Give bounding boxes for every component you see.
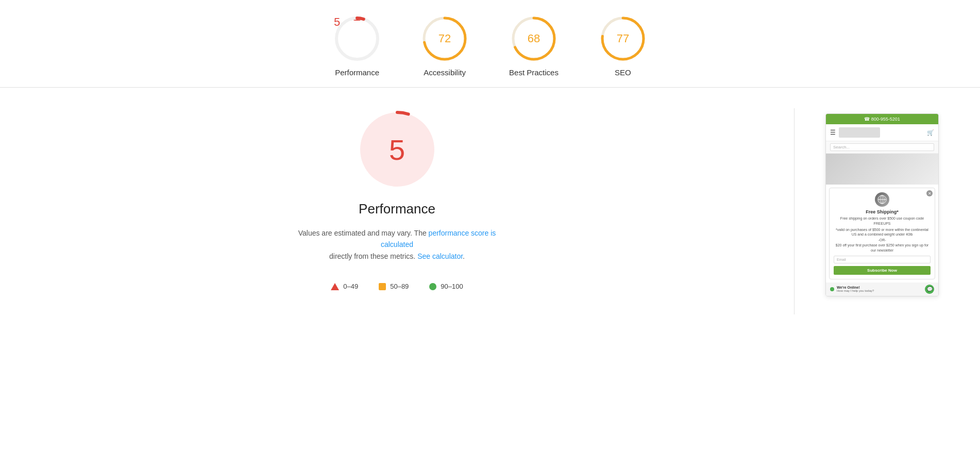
large-performance-circle: 5 <box>356 108 438 191</box>
cart-icon: 🛒 <box>927 129 934 136</box>
phone-header-bar: ☎ 800-955-5201 <box>826 114 938 124</box>
right-panel: ☎ 800-955-5201 ☰ 🛒 Search... ✕ <box>825 108 949 314</box>
chat-subtext: How may I help you today? <box>837 289 922 292</box>
top-metrics-bar: 5 Performance 72 Accessibility 68 Best P… <box>0 0 980 88</box>
phone-popup: ✕ Free Shipping* Free shipping on orders… <box>829 188 935 279</box>
performance-description: Values are estimated and may vary. The p… <box>289 227 505 262</box>
seo-score: 77 <box>617 32 629 45</box>
popup-text-2: *valid on purchases of $500 or more with… <box>834 227 931 238</box>
phone-search-bar: Search... <box>826 141 938 154</box>
online-dot <box>830 287 834 291</box>
search-input-fake: Search... <box>830 143 934 151</box>
legend-orange-label: 50–89 <box>390 283 409 290</box>
nav-logo <box>839 127 880 138</box>
popup-or: -OR- <box>834 238 931 242</box>
phone-nav: ☰ 🛒 <box>826 124 938 141</box>
popup-title: Free Shipping* <box>834 209 931 214</box>
period: . <box>463 252 465 260</box>
best-practices-label: Best Practices <box>509 68 559 77</box>
popup-subscribe-button[interactable]: Subscribe Now <box>834 266 931 275</box>
seo-circle: 77 <box>600 15 646 62</box>
legend-orange: 50–89 <box>379 283 409 290</box>
desc-text-2: directly from these metrics. <box>329 252 415 260</box>
popup-text-3: $20 off your first purchase over $250 wh… <box>834 243 931 253</box>
orange-square-icon <box>379 283 386 290</box>
best-practices-score: 68 <box>528 32 540 45</box>
chat-button[interactable]: 💬 <box>925 285 934 294</box>
phone-chat-bar: We're Online! How may I help you today? … <box>826 283 938 296</box>
legend-green-label: 90–100 <box>441 283 463 290</box>
see-calc-link[interactable]: See calculator <box>417 252 463 260</box>
red-triangle-icon <box>331 283 339 290</box>
legend-green: 90–100 <box>429 283 463 290</box>
performance-circle: 5 <box>334 15 380 62</box>
popup-text-1: Free shipping on orders over $500 use co… <box>834 216 931 226</box>
phone-screenshot: ☎ 800-955-5201 ☰ 🛒 Search... ✕ <box>825 113 939 296</box>
popup-email-input[interactable]: Email <box>834 256 931 263</box>
accessibility-label: Accessibility <box>424 68 466 77</box>
performance-score: 5 <box>334 15 380 62</box>
popup-logo <box>875 192 889 207</box>
main-content: 5 Performance Values are estimated and m… <box>0 88 980 335</box>
accessibility-score: 72 <box>438 32 451 45</box>
vertical-divider <box>794 108 795 314</box>
metric-accessibility: 72 Accessibility <box>421 15 468 77</box>
chat-online-text: We're Online! <box>837 286 922 289</box>
large-performance-score: 5 <box>389 133 405 167</box>
chat-text-container: We're Online! How may I help you today? <box>837 286 922 292</box>
metric-best-practices: 68 Best Practices <box>509 15 559 77</box>
performance-title: Performance <box>359 201 435 217</box>
chat-icon: 💬 <box>927 287 933 292</box>
desc-text-1: Values are estimated and may vary. The <box>298 229 427 237</box>
performance-label: Performance <box>335 68 379 77</box>
phone-gray-banner <box>826 154 938 185</box>
best-practices-circle: 68 <box>511 15 557 62</box>
hamburger-icon: ☰ <box>830 129 836 136</box>
phone-number: ☎ 800-955-5201 <box>864 117 900 122</box>
legend-red-label: 0–49 <box>343 283 358 290</box>
accessibility-circle: 72 <box>421 15 468 62</box>
popup-close-button[interactable]: ✕ <box>926 190 933 196</box>
metric-seo: 77 SEO <box>600 15 646 77</box>
score-legend: 0–49 50–89 90–100 <box>331 283 463 290</box>
seo-label: SEO <box>615 68 631 77</box>
left-panel: 5 Performance Values are estimated and m… <box>31 108 763 314</box>
green-circle-icon <box>429 283 436 290</box>
metric-performance: 5 Performance <box>334 15 380 77</box>
legend-red: 0–49 <box>331 283 358 290</box>
